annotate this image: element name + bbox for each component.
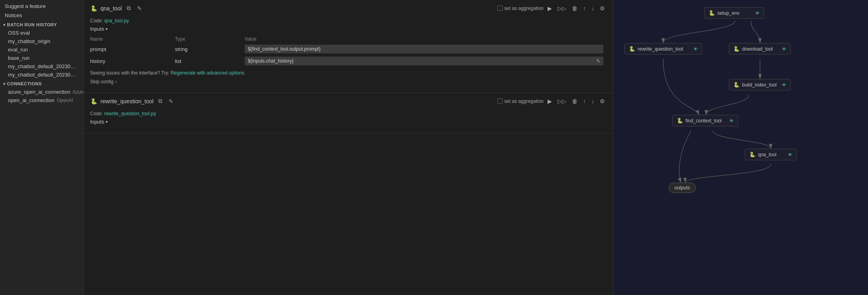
qna-aggregation-label: set as aggregation — [504, 6, 544, 11]
rewrite-tool-copy-button[interactable]: ⧉ — [157, 97, 164, 105]
graph-node-download-tool[interactable]: 🐍 download_tool 👁 — [729, 43, 791, 55]
sidebar-item-base-run[interactable]: base_run — [0, 54, 83, 62]
rewrite-tool-header: 🐍 rewrite_question_tool ⧉ ✎ set as aggre… — [84, 93, 613, 109]
qna-input-prompt-row: prompt string ${find_context_tool.output… — [90, 43, 607, 55]
qna-tool-python-icon: 🐍 — [90, 5, 97, 12]
sidebar-item-notices[interactable]: Notices — [0, 11, 83, 20]
qna-regenerate-link[interactable]: Regenerate with advanced options — [171, 70, 244, 76]
sidebar-item-suggest-feature[interactable]: Suggest a feature — [0, 2, 83, 11]
qna-issues-line: Seeing issues with the interface? Try: R… — [90, 70, 607, 76]
qna-inputs-toggle[interactable]: Inputs ▾ — [90, 26, 607, 32]
qna-tool-edit-button[interactable]: ✎ — [136, 4, 143, 12]
build-index-label: build_index_tool — [742, 82, 777, 88]
notices-label: Notices — [5, 12, 22, 18]
sidebar-item-my-chatbot-2[interactable]: my_chatbot_default_20230901_08593... — [0, 71, 83, 79]
setup-env-icon: 🐍 — [709, 10, 715, 16]
qna-input-history-field[interactable]: ${inputs.chat_history} ✎ — [245, 57, 603, 65]
qna-skip-chevron-icon: › — [115, 79, 117, 85]
qna-tool-copy-button[interactable]: ⧉ — [125, 4, 132, 12]
connections-chevron-icon: ▾ — [3, 82, 6, 86]
azure-openai-name: azure_open_ai_connection — [8, 89, 70, 95]
qna-aggregation-checkbox[interactable] — [497, 6, 503, 11]
rewrite-move-up-button[interactable]: ↑ — [581, 97, 587, 105]
rewrite-aggregation-checkbox[interactable] — [497, 98, 503, 104]
qna-input-prompt-name: prompt — [90, 43, 175, 55]
main-content: 🐍 qna_tool ⧉ ✎ set as aggregation ▶ ▷▷ 🗑… — [84, 0, 613, 295]
rewrite-delete-button[interactable]: 🗑 — [570, 97, 579, 105]
qna-skip-config[interactable]: Skip config › — [90, 77, 607, 88]
graph-node-setup-env[interactable]: 🐍 setup_env 👁 — [704, 7, 764, 19]
suggest-feature-label: Suggest a feature — [5, 3, 46, 9]
download-tool-eye-icon: 👁 — [782, 47, 786, 51]
batch-run-history-section[interactable]: ▾ BATCH RUN HISTORY — [0, 20, 83, 29]
qna-inputs-table: Name Type Value prompt string ${find_con… — [90, 35, 607, 67]
rewrite-code-link[interactable]: rewrite_question_tool.py — [104, 111, 156, 116]
azure-openai-provider: AzureOpenAI — [73, 89, 84, 95]
graph-node-outputs[interactable]: outputs — [668, 183, 696, 193]
build-index-icon: 🐍 — [733, 82, 740, 88]
qna-input-history-row: history list ${inputs.chat_history} ✎ — [90, 55, 607, 67]
rewrite-tool-card: 🐍 rewrite_question_tool ⧉ ✎ set as aggre… — [84, 93, 613, 133]
col-header-name: Name — [90, 35, 175, 43]
col-header-type: Type — [175, 35, 245, 43]
qna-tool-card: 🐍 qna_tool ⧉ ✎ set as aggregation ▶ ▷▷ 🗑… — [84, 0, 613, 93]
graph-node-find-context-tool[interactable]: 🐍 find_context_tool 👁 — [672, 115, 738, 126]
qna-delete-button[interactable]: 🗑 — [570, 4, 579, 12]
col-header-value: Value — [245, 35, 607, 43]
qna-input-prompt-field[interactable]: ${find_context_tool.output.prompt} — [245, 45, 603, 53]
rewrite-inputs-chevron-icon: ▾ — [106, 120, 108, 124]
sidebar-item-openai[interactable]: open_ai_connection OpenAI — [0, 96, 83, 104]
qna-skip-config-label: Skip config — [90, 79, 114, 85]
rewrite-tool-actions: set as aggregation ▶ ▷▷ 🗑 ↑ ↓ ⚙ — [497, 97, 607, 105]
qna-node-icon: 🐍 — [749, 151, 756, 157]
rewrite-move-down-button[interactable]: ↓ — [590, 97, 596, 105]
rewrite-run-button[interactable]: ▶ — [546, 97, 554, 105]
qna-code-link[interactable]: qna_tool.py — [104, 18, 129, 24]
qna-aggregation-check: set as aggregation — [497, 6, 544, 11]
sidebar-item-azure-openai[interactable]: azure_open_ai_connection AzureOpenAI — [0, 88, 83, 96]
qna-settings-button[interactable]: ⚙ — [598, 4, 607, 12]
sidebar-item-my-chatbot-origin[interactable]: my_chatbot_origin — [0, 37, 83, 45]
rewrite-inputs-label: Inputs — [90, 119, 104, 125]
qna-tool-name: qna_tool — [100, 5, 122, 12]
qna-input-history-name: history — [90, 55, 175, 67]
rewrite-tool-body: Code: rewrite_question_tool.py Inputs ▾ — [84, 109, 613, 133]
rewrite-question-eye-icon: 👁 — [693, 47, 698, 51]
qna-move-down-button[interactable]: ↓ — [590, 4, 596, 12]
graph-node-qna-tool[interactable]: 🐍 qna_tool 👁 — [745, 149, 797, 160]
setup-env-label: setup_env — [717, 10, 739, 16]
qna-input-prompt-value-cell: ${find_context_tool.output.prompt} — [245, 43, 607, 55]
setup-env-eye-icon: 👁 — [755, 11, 760, 16]
graph-node-rewrite-question-tool[interactable]: 🐍 rewrite_question_tool 👁 — [624, 43, 702, 55]
rewrite-tool-edit-button[interactable]: ✎ — [167, 97, 175, 105]
qna-node-eye-icon: 👁 — [788, 152, 792, 157]
find-context-eye-icon: 👁 — [729, 118, 734, 123]
graph-panel: 🐍 setup_env 👁 🐍 rewrite_question_tool 👁 … — [613, 0, 868, 295]
find-context-icon: 🐍 — [677, 118, 683, 124]
sidebar: Suggest a feature Notices ▾ BATCH RUN HI… — [0, 0, 84, 295]
outputs-label: outputs — [674, 185, 690, 191]
download-tool-icon: 🐍 — [733, 46, 740, 52]
qna-run-button[interactable]: ▶ — [546, 4, 554, 12]
rewrite-inputs-toggle[interactable]: Inputs ▾ — [90, 119, 607, 125]
openai-name: open_ai_connection — [8, 97, 54, 103]
qna-tool-body: Code: qna_tool.py Inputs ▾ Name Type Val… — [84, 16, 613, 92]
qna-tool-header: 🐍 qna_tool ⧉ ✎ set as aggregation ▶ ▷▷ 🗑… — [84, 0, 613, 16]
batch-run-chevron-icon: ▾ — [3, 23, 6, 27]
rewrite-run-all-button[interactable]: ▷▷ — [556, 97, 568, 105]
sidebar-item-my-chatbot-1[interactable]: my_chatbot_default_20230901_09431... — [0, 62, 83, 71]
find-context-label: find_context_tool — [685, 118, 722, 124]
connections-section[interactable]: ▾ CONNECTIONS — [0, 79, 83, 88]
qna-issues-text: Seeing issues with the interface? Try: — [90, 70, 169, 76]
qna-move-up-button[interactable]: ↑ — [581, 4, 587, 12]
qna-history-value-text: ${inputs.chat_history} — [248, 58, 294, 64]
sidebar-item-oss-eval[interactable]: OSS eval — [0, 29, 83, 37]
graph-node-build-index-tool[interactable]: 🐍 build_index_tool 👁 — [729, 79, 791, 90]
rewrite-settings-button[interactable]: ⚙ — [598, 97, 607, 105]
qna-run-all-button[interactable]: ▷▷ — [556, 4, 568, 12]
qna-input-history-type: list — [175, 55, 245, 67]
qna-inputs-label: Inputs — [90, 26, 104, 32]
qna-tool-actions: set as aggregation ▶ ▷▷ 🗑 ↑ ↓ ⚙ — [497, 4, 607, 12]
rewrite-tool-python-icon: 🐍 — [90, 98, 97, 105]
sidebar-item-eval-run[interactable]: eval_run — [0, 45, 83, 54]
